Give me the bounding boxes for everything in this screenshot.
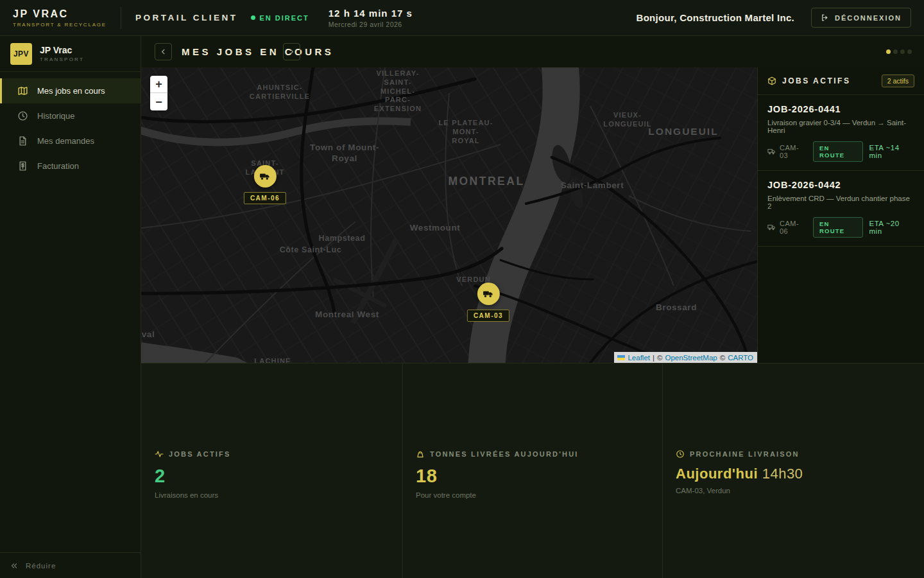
zoom-in-button[interactable]: + [150, 76, 167, 93]
truck-marker-label: CAM-03 [467, 310, 509, 322]
truck-icon [253, 165, 276, 188]
sidebar-item-mes-demandes[interactable]: Mes demandes [0, 128, 141, 153]
clock-icon [17, 110, 28, 121]
jobs-panel-header: JOBS ACTIFS 2 actifs [758, 67, 924, 95]
logo-badge: JPV [10, 43, 32, 65]
stat-subtext: Livraisons en cours [155, 491, 398, 499]
job-id: JOB-2026-0441 [767, 104, 914, 114]
live-dot-icon [251, 15, 255, 20]
logo-name: JP Vrac [40, 45, 84, 55]
stats-section: JOBS ACTIFS 2 Livraisons en cours TONNES… [141, 363, 924, 578]
stat-card-jobs-actifs: JOBS ACTIFS 2 Livraisons en cours [155, 450, 398, 499]
session-clock: 12 h 14 min 17 s Mercredi 29 avril 2026 [329, 8, 413, 28]
brand-name: JP VRAC [13, 8, 121, 20]
stat-label: PROCHAINE LIVRAISON [690, 450, 800, 458]
collapse-label: Réduire [26, 562, 56, 570]
sidebar: JPV JP Vrac TRANSPORT Mes jobs en cours … [0, 36, 141, 578]
map-icon [17, 85, 28, 96]
jobs-panel-title: JOBS ACTIFS [782, 76, 850, 85]
status-badge: EN ROUTE [813, 217, 863, 238]
map-zoom-control: + − [150, 76, 167, 110]
truck-icon [767, 223, 776, 232]
map-attribution: Leaflet | © OpenStreetMap © CARTO [614, 352, 757, 363]
brand-tagline: TRANSPORT & RECYCLAGE [13, 22, 121, 28]
sidebar-item-mes-jobs-en-cours[interactable]: Mes jobs en cours [0, 78, 141, 103]
job-id: JOB-2026-0442 [767, 180, 914, 190]
truck-marker-label: CAM-06 [244, 192, 286, 204]
job-description: Livraison gravier 0-3/4 — Verdun → Saint… [767, 119, 914, 134]
logout-label: DÉCONNEXION [835, 14, 902, 22]
brand-block: JP VRAC TRANSPORT & RECYCLAGE [0, 8, 121, 28]
document-icon [17, 136, 28, 146]
invoice-icon [17, 161, 28, 171]
stat-value: Aujourd'hui 14h30 [676, 466, 920, 482]
user-greeting: Bonjour, Construction Martel Inc. [637, 12, 795, 23]
stat-card-tonnes-livrees: TONNES LIVRÉES AUJOURD'HUI 18 Pour votre… [416, 450, 660, 499]
session-timer: 12 h 14 min 17 s [329, 8, 413, 19]
logout-button[interactable]: DÉCONNEXION [811, 8, 911, 28]
stats-divider [662, 363, 663, 578]
top-header: JP VRAC TRANSPORT & RECYCLAGE PORTAIL CL… [0, 0, 924, 36]
next-delivery-day: Aujourd'hui [676, 466, 758, 482]
job-card[interactable]: JOB-2026-0441 Livraison gravier 0-3/4 — … [758, 95, 924, 171]
truck-icon [477, 283, 499, 305]
page-dot[interactable] [893, 49, 898, 54]
job-description: Enlèvement CRD — Verdun chantier phase 2 [767, 195, 914, 210]
stats-divider [402, 363, 403, 578]
ukraine-flag-icon [617, 355, 625, 360]
truck-marker-cam-03[interactable]: CAM-03 [467, 283, 509, 322]
next-delivery-time: 14h30 [762, 466, 803, 482]
header-divider [121, 7, 121, 29]
stat-subtext: Pour votre compte [416, 491, 660, 499]
sidebar-item-label: Historique [37, 111, 75, 121]
logout-icon [821, 13, 829, 22]
sidebar-item-label: Mes demandes [37, 136, 94, 146]
status-badge: EN ROUTE [813, 141, 863, 162]
activity-icon [155, 450, 164, 459]
stat-label: TONNES LIVRÉES AUJOURD'HUI [430, 450, 579, 458]
double-chevron-left-icon [10, 562, 18, 570]
page-dot[interactable] [900, 49, 905, 54]
truck-marker-cam-06[interactable]: CAM-06 [244, 165, 286, 204]
job-eta: ETA ~20 min [869, 220, 915, 235]
copyright-symbol: © [720, 354, 725, 362]
openstreetmap-link[interactable]: OpenStreetMap [665, 354, 717, 362]
stat-subtext: CAM-03, Verdun [676, 487, 920, 495]
chevron-right-icon [288, 48, 295, 55]
page-dot[interactable] [907, 49, 912, 54]
next-view-button[interactable] [283, 43, 300, 60]
page-dot[interactable] [886, 49, 891, 54]
stat-card-prochaine-livraison: PROCHAINE LIVRAISON Aujourd'hui 14h30 CA… [676, 450, 920, 495]
logo-subtitle: TRANSPORT [40, 57, 84, 62]
sidebar-logo: JPV JP Vrac TRANSPORT [0, 36, 141, 72]
previous-view-button[interactable] [155, 43, 172, 60]
active-jobs-panel: JOBS ACTIFS 2 actifs JOB-2026-0441 Livra… [757, 67, 924, 363]
sidebar-item-historique[interactable]: Historique [0, 103, 141, 128]
sidebar-item-facturation[interactable]: Facturation [0, 153, 141, 179]
current-date: Mercredi 29 avril 2026 [329, 21, 413, 28]
package-icon [767, 76, 776, 85]
carto-link[interactable]: CARTO [728, 354, 753, 362]
portal-label: PORTAIL CLIENT [135, 13, 238, 22]
live-map[interactable]: AHUNTSIC- CARTIERVILLE VILLERAY- SAINT- … [141, 67, 757, 363]
job-card[interactable]: JOB-2026-0442 Enlèvement CRD — Verdun ch… [758, 171, 924, 247]
live-indicator: EN DIRECT [251, 14, 309, 22]
attribution-separator: | [653, 354, 654, 362]
truck-icon [767, 147, 776, 156]
sidebar-collapse-button[interactable]: Réduire [0, 552, 141, 578]
chevron-left-icon [160, 48, 167, 55]
zoom-out-button[interactable]: − [150, 93, 167, 110]
copyright-symbol: © [657, 354, 662, 362]
sidebar-item-label: Facturation [37, 161, 79, 171]
leaflet-link[interactable]: Leaflet [628, 354, 650, 362]
job-truck-id: CAM-06 [780, 220, 807, 235]
live-label: EN DIRECT [260, 14, 309, 22]
sidebar-nav: Mes jobs en cours Historique Mes demande… [0, 78, 141, 179]
stat-value: 18 [416, 466, 660, 487]
page-dots [886, 49, 912, 54]
job-eta: ETA ~14 min [869, 144, 915, 159]
clock-icon [676, 450, 685, 459]
view-titlebar: MES JOBS EN COURS [141, 36, 924, 67]
stat-label: JOBS ACTIFS [169, 450, 231, 458]
weight-icon [416, 450, 425, 459]
